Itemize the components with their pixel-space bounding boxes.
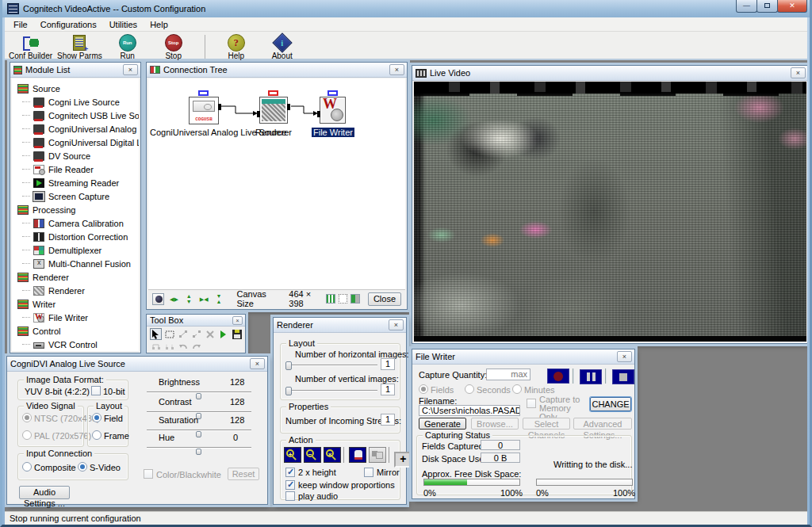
brightness-slider[interactable] xyxy=(147,391,251,393)
module-group[interactable]: Processing xyxy=(12,203,139,216)
split-view-button[interactable] xyxy=(350,294,360,304)
capture-memory-checkbox[interactable] xyxy=(527,399,536,408)
file-writer-close-icon[interactable]: × xyxy=(617,351,632,362)
module-item[interactable]: CogniUniversal Digital Live Source xyxy=(12,136,139,149)
module-item[interactable]: Renderer xyxy=(12,284,139,297)
minutes-radio[interactable] xyxy=(512,384,522,394)
color-blackwhite-checkbox[interactable] xyxy=(144,469,153,479)
advanced-settings-button[interactable]: Advanced Settings... xyxy=(573,418,632,430)
change-button[interactable]: CHANGE xyxy=(590,397,631,411)
renderer-close-icon[interactable]: × xyxy=(389,319,404,330)
module-item[interactable]: Multi-Channel Fusion xyxy=(12,257,139,270)
hand-tool-icon[interactable] xyxy=(349,447,366,463)
live-video-close-icon[interactable]: × xyxy=(791,67,806,78)
module-group[interactable]: Writer xyxy=(12,297,139,311)
stop-button[interactable]: Stop Stop xyxy=(151,33,197,60)
zoom-in-icon[interactable]: + xyxy=(284,447,301,463)
module-item[interactable]: File Writer xyxy=(12,311,139,324)
pal-radio[interactable] xyxy=(22,430,32,440)
shrink-vertical-icon[interactable]: ▼▲ xyxy=(216,293,222,304)
play-audio-checkbox[interactable] xyxy=(285,491,295,501)
disconnect-tool-icon[interactable] xyxy=(190,328,202,340)
save-config-icon[interactable] xyxy=(231,328,243,340)
globe-button[interactable] xyxy=(152,293,164,305)
cognidvi-titlebar[interactable]: CogniDVI Analog Live Source × xyxy=(7,357,267,372)
output-port[interactable] xyxy=(218,104,221,110)
menu-help[interactable]: Help xyxy=(144,19,174,30)
show-parms-button[interactable]: Show Parms xyxy=(55,33,105,60)
menu-utilities[interactable]: Utilities xyxy=(103,19,144,30)
cognidvi-close-icon[interactable]: × xyxy=(250,358,265,369)
node-renderer[interactable] xyxy=(259,97,288,124)
module-item[interactable]: Screen Capture xyxy=(12,189,139,203)
ten-bit-checkbox[interactable] xyxy=(91,386,101,395)
field-radio[interactable] xyxy=(92,413,102,422)
live-video-titlebar[interactable]: Live Video × xyxy=(412,66,807,81)
close-button[interactable]: ✕ xyxy=(777,0,807,13)
about-button[interactable]: i About xyxy=(259,33,305,60)
connect-tool-icon[interactable] xyxy=(177,328,189,340)
connection-tree-close-button[interactable]: Close xyxy=(368,292,401,306)
module-list-titlebar[interactable]: Module List × xyxy=(10,63,140,78)
menu-configurations[interactable]: Configurations xyxy=(34,19,103,30)
module-item[interactable]: File Reader xyxy=(12,162,139,176)
arrange-icon[interactable] xyxy=(369,447,386,463)
expand-horizontal-icon[interactable]: ◀▶ xyxy=(170,296,178,302)
delete-tool-icon[interactable] xyxy=(204,328,216,340)
reset-button[interactable]: Reset xyxy=(228,468,259,480)
ungroup-tool-icon[interactable] xyxy=(163,341,175,353)
node-label[interactable]: Renderer xyxy=(250,128,297,137)
move-tool-icon[interactable]: + xyxy=(394,452,412,468)
output-port[interactable] xyxy=(287,104,290,110)
renderer-titlebar[interactable]: Renderer × xyxy=(274,318,406,333)
marquee-tool-icon[interactable] xyxy=(163,328,175,340)
connection-tree-titlebar[interactable]: Connection Tree × xyxy=(147,63,407,78)
module-item[interactable]: Cognitech USB Live Source xyxy=(12,109,139,122)
mirror-checkbox[interactable] xyxy=(364,468,373,477)
zoom-reset-icon[interactable]: × xyxy=(324,447,341,463)
file-writer-titlebar[interactable]: File Writer × xyxy=(412,349,634,365)
shrink-horizontal-icon[interactable]: ▶◀ xyxy=(200,296,209,302)
help-button[interactable]: ? Help xyxy=(213,33,259,60)
redo-icon[interactable] xyxy=(190,341,202,353)
grid-view-button[interactable] xyxy=(326,294,335,304)
record-button[interactable] xyxy=(547,369,569,384)
module-group[interactable]: Renderer xyxy=(12,270,139,284)
module-group[interactable]: Source xyxy=(12,82,139,95)
select-tool-icon[interactable] xyxy=(150,328,162,340)
vertical-images-value[interactable]: 1 xyxy=(381,384,395,395)
connection-canvas[interactable]: COGUSB CogniUniversal Analog Live Source xyxy=(148,78,405,289)
node-cogniuniversal-analog[interactable]: COGUSB xyxy=(189,97,219,124)
pause-button[interactable] xyxy=(580,369,602,384)
module-item[interactable]: VCR Control xyxy=(12,338,139,351)
fields-radio[interactable] xyxy=(419,384,428,394)
node-label-selected[interactable]: File Writer xyxy=(312,128,354,137)
module-item[interactable]: Camera Calibration xyxy=(12,216,139,230)
vertical-images-slider[interactable] xyxy=(285,390,377,391)
node-file-writer[interactable] xyxy=(320,97,346,124)
frame-radio[interactable] xyxy=(92,430,102,440)
saturation-slider[interactable] xyxy=(147,430,251,431)
menu-file[interactable]: File xyxy=(7,19,34,30)
horizontal-images-slider[interactable] xyxy=(285,365,377,366)
module-item[interactable]: Cogni Live Source xyxy=(12,95,139,109)
module-list-close-icon[interactable]: × xyxy=(123,64,138,75)
run-config-icon[interactable] xyxy=(217,328,229,340)
audio-settings-button[interactable]: Audio Settings ... xyxy=(19,486,70,499)
expand-vertical-icon[interactable]: ▲▼ xyxy=(186,293,192,304)
module-group[interactable]: Control xyxy=(12,324,139,338)
undo-icon[interactable] xyxy=(177,341,189,353)
module-item[interactable]: Distortion Correction xyxy=(12,230,139,243)
tool-box-titlebar[interactable]: Tool Box × xyxy=(147,315,245,327)
generate-name-button[interactable]: Generate name xyxy=(419,418,466,430)
capture-quantity-input[interactable]: max xyxy=(486,369,530,380)
dotted-view-button[interactable] xyxy=(339,294,348,304)
stop-capture-button[interactable] xyxy=(612,369,634,384)
input-port[interactable] xyxy=(317,111,320,117)
connection-tree-close-icon[interactable]: × xyxy=(389,64,404,75)
group-tool-icon[interactable] xyxy=(150,341,162,353)
contrast-slider[interactable] xyxy=(147,411,251,413)
select-channels-button[interactable]: Select Channels xyxy=(523,418,570,430)
maximize-button[interactable] xyxy=(756,0,778,13)
horizontal-images-value[interactable]: 1 xyxy=(381,358,395,370)
